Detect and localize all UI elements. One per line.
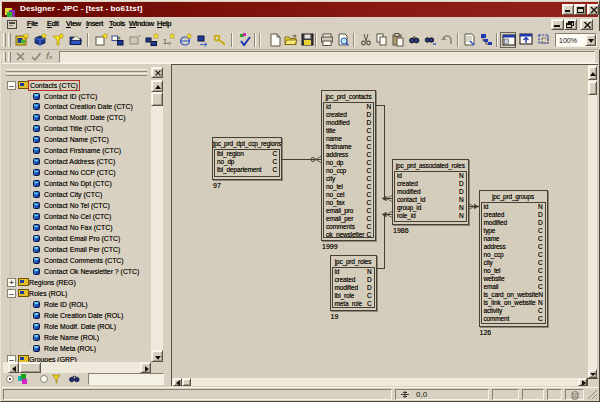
svg-text:∞: ∞ [167, 40, 171, 46]
